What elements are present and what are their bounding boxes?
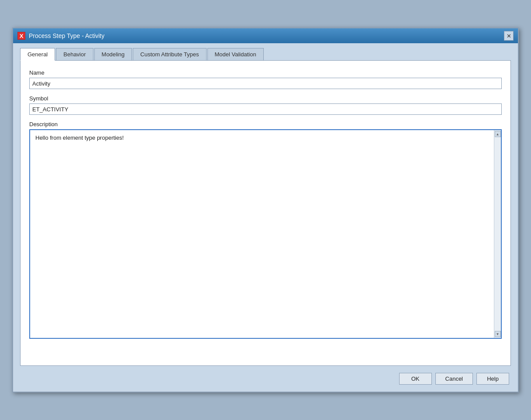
- name-label: Name: [29, 69, 502, 76]
- app-icon: X: [17, 32, 25, 40]
- textarea-wrapper: Hello from element type properties! ▲ ▼: [29, 129, 502, 339]
- tab-bar: General Behavior Modeling Custom Attribu…: [20, 48, 511, 61]
- tab-model-validation[interactable]: Model Validation: [207, 48, 264, 61]
- name-input[interactable]: [29, 78, 502, 89]
- ok-button[interactable]: OK: [399, 373, 432, 385]
- footer: OK Cancel Help: [20, 373, 511, 385]
- dialog-title: Process Step Type - Activity: [29, 32, 104, 39]
- dialog-body: General Behavior Modeling Custom Attribu…: [13, 43, 518, 392]
- close-button[interactable]: ✕: [504, 31, 514, 41]
- symbol-label: Symbol: [29, 95, 502, 102]
- description-textarea-container: Hello from element type properties! ▲ ▼: [29, 129, 502, 339]
- tab-behavior[interactable]: Behavior: [56, 48, 93, 61]
- content-area: Name Symbol Description Hello from eleme…: [20, 60, 511, 366]
- textarea-scrollbar: ▲ ▼: [494, 130, 501, 338]
- symbol-group: Symbol: [29, 95, 502, 115]
- title-bar-left: X Process Step Type - Activity: [17, 32, 104, 40]
- scroll-down-button[interactable]: ▼: [495, 331, 501, 337]
- description-textarea[interactable]: Hello from element type properties!: [34, 133, 490, 335]
- cancel-button[interactable]: Cancel: [435, 373, 473, 385]
- name-group: Name: [29, 69, 502, 89]
- description-group: Description Hello from element type prop…: [29, 121, 502, 339]
- close-icon: ✕: [507, 33, 511, 39]
- tab-modeling[interactable]: Modeling: [94, 48, 132, 61]
- symbol-input[interactable]: [29, 103, 502, 115]
- description-label: Description: [29, 121, 502, 127]
- title-bar: X Process Step Type - Activity ✕: [13, 28, 518, 43]
- dialog: X Process Step Type - Activity ✕ General…: [12, 28, 519, 392]
- scroll-up-button[interactable]: ▲: [495, 131, 501, 137]
- tab-custom-attribute-types[interactable]: Custom Attribute Types: [133, 48, 206, 61]
- help-button[interactable]: Help: [476, 373, 509, 385]
- tab-general[interactable]: General: [20, 48, 55, 61]
